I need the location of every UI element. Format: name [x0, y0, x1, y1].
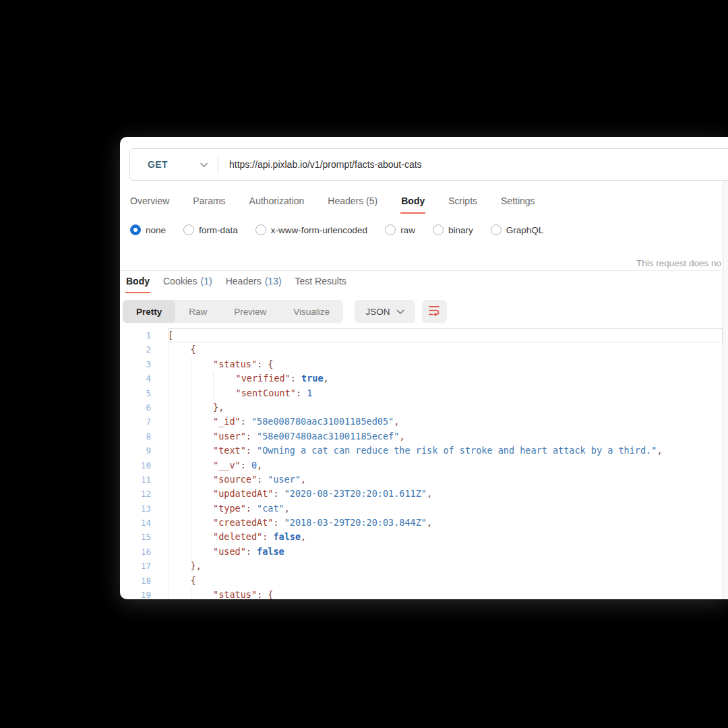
tab-label: Cookies: [163, 276, 198, 286]
code-content: "user": "58e007480aac31001185ecef",: [168, 429, 723, 444]
code-token: },: [213, 402, 224, 413]
code-token: "used": [213, 546, 246, 557]
request-tab-body[interactable]: Body: [400, 194, 425, 214]
code-token: "__v": [213, 460, 241, 471]
code-token: ,: [427, 488, 432, 499]
code-line: 17},: [120, 559, 723, 573]
url-input[interactable]: [218, 159, 728, 170]
indent-guide: [168, 516, 191, 530]
code-token: false: [273, 531, 301, 542]
response-tab-headers[interactable]: Headers(13): [225, 274, 282, 293]
indent-guide: [168, 386, 191, 400]
code-token: : {: [257, 589, 273, 599]
wrap-text-button[interactable]: [422, 300, 447, 323]
code-token: :: [241, 416, 251, 427]
code-line: 6},: [120, 400, 723, 415]
radio-label: form-data: [199, 225, 238, 235]
body-mode-binary[interactable]: binary: [433, 224, 473, 235]
code-line: 15"deleted": false,: [120, 530, 723, 544]
response-tab-body[interactable]: Body: [125, 274, 150, 293]
view-mode-visualize[interactable]: Visualize: [280, 300, 343, 323]
indent-guide: [168, 559, 191, 573]
response-tab-test-results[interactable]: Test Results: [295, 274, 347, 293]
method-select[interactable]: GET: [130, 149, 218, 180]
code-token: ,: [399, 431, 404, 442]
body-mode-form-data[interactable]: form-data: [183, 224, 238, 235]
indent-guide: [191, 415, 214, 429]
code-token: {: [191, 575, 196, 586]
code-token: "2020-08-23T20:20:01.611Z": [284, 488, 427, 499]
code-line: 8"user": "58e007480aac31001185ecef",: [120, 429, 723, 444]
line-number: 11: [120, 473, 151, 487]
line-number: 8: [120, 429, 151, 444]
request-tab-authorization[interactable]: Authorization: [249, 194, 305, 214]
indent-guide: [191, 588, 214, 599]
code-token: "status": [213, 589, 257, 599]
indent-guide: [191, 444, 214, 458]
radio-selected-icon: [130, 224, 141, 235]
code-token: "user": [213, 431, 246, 442]
code-token: },: [191, 560, 202, 571]
code-token: "verified": [236, 373, 291, 384]
code-content: "_id": "58e008780aac31001185ed05",: [168, 415, 723, 429]
code-content: },: [168, 559, 723, 573]
line-number: 3: [120, 357, 151, 371]
tab-label: Test Results: [295, 276, 346, 286]
code-content: "verified": true,: [168, 371, 723, 386]
view-mode-pretty[interactable]: Pretty: [123, 300, 175, 323]
indent-guide: [191, 357, 214, 371]
request-tab-params[interactable]: Params: [192, 194, 226, 214]
indent-guide: [191, 400, 214, 415]
indent-guide: [191, 473, 214, 487]
line-number: 2: [120, 342, 151, 357]
line-number: 10: [120, 458, 151, 473]
response-tab-cookies[interactable]: Cookies(1): [162, 274, 213, 293]
code-content: },: [168, 400, 723, 415]
code-content: "status": {: [168, 588, 723, 599]
scrollbar[interactable]: [723, 181, 728, 599]
divider: [120, 270, 728, 271]
line-number: 19: [120, 588, 151, 599]
code-token: :: [296, 388, 307, 398]
code-token: :: [273, 488, 284, 499]
code-content: "__v": 0,: [168, 458, 723, 473]
view-mode-preview[interactable]: Preview: [220, 300, 280, 323]
tab-count: (1): [201, 276, 212, 286]
line-number: 14: [120, 516, 151, 530]
view-mode-raw[interactable]: Raw: [175, 300, 220, 323]
request-tab-settings[interactable]: Settings: [500, 194, 536, 214]
code-token: ,: [301, 531, 306, 542]
tab-label: Body: [126, 276, 150, 286]
request-tab-headers-5[interactable]: Headers (5): [327, 194, 378, 214]
line-number: 5: [120, 386, 151, 400]
radio-icon: [183, 224, 194, 235]
line-number: 1: [120, 328, 151, 342]
code-line: 12"updatedAt": "2020-08-23T20:20:01.611Z…: [120, 487, 723, 501]
code-token: "cat": [257, 503, 284, 514]
code-token: "user": [268, 474, 301, 485]
request-tab-overview[interactable]: Overview: [129, 194, 170, 214]
request-tabs: OverviewParamsAuthorizationHeaders (5)Bo…: [129, 194, 536, 214]
indent-guide: [191, 386, 214, 400]
indent-guide: [191, 429, 214, 444]
body-mode-x-www-form-urlencoded[interactable]: x-www-form-urlencoded: [255, 224, 367, 235]
wrap-text-icon: [428, 304, 441, 320]
body-mode-none[interactable]: none: [130, 224, 166, 235]
format-select[interactable]: JSON: [355, 300, 415, 323]
indent-guide: [168, 371, 191, 386]
request-tab-scripts[interactable]: Scripts: [448, 194, 478, 214]
tab-count: (13): [265, 276, 282, 286]
tab-label: Body: [401, 195, 425, 206]
code-token: ,: [301, 474, 306, 485]
code-token: : {: [257, 359, 273, 369]
indent-guide: [168, 487, 191, 501]
code-content: {: [168, 574, 723, 588]
indent-guide: [168, 502, 191, 516]
body-mode-raw[interactable]: raw: [385, 224, 415, 235]
tab-label: Headers: [226, 276, 262, 286]
line-number: 15: [120, 530, 151, 544]
response-body-editor[interactable]: 1[2{3"status": {4"verified": true,5"sent…: [120, 328, 723, 599]
radio-label: GraphQL: [506, 225, 544, 235]
code-line: 19"status": {: [120, 588, 723, 599]
body-mode-graphql[interactable]: GraphQL: [491, 224, 544, 235]
